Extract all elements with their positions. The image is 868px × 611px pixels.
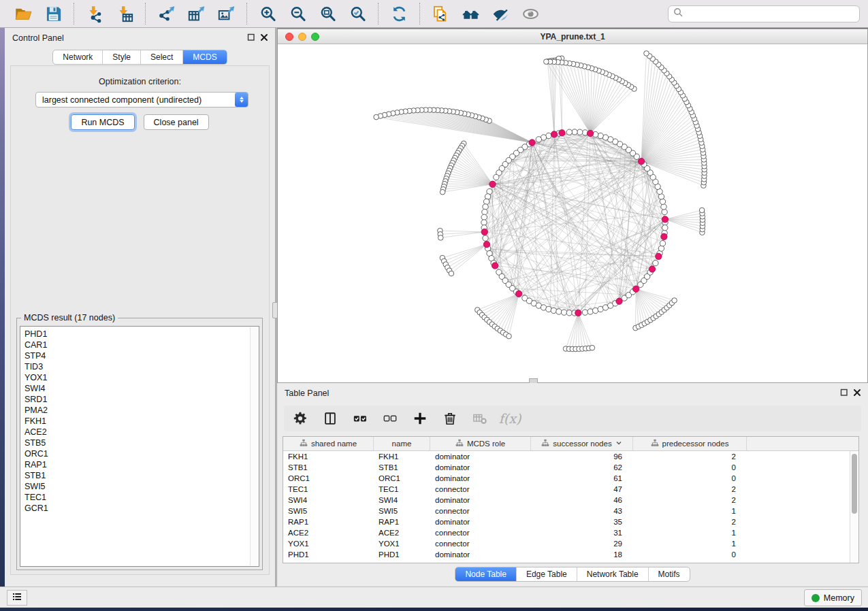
network-canvas[interactable] (278, 44, 867, 382)
network-node[interactable] (483, 204, 488, 210)
import-network-icon[interactable] (84, 3, 105, 24)
search-box[interactable] (668, 5, 860, 22)
mcds-hub-node[interactable] (632, 286, 639, 292)
table-scrollbar[interactable] (850, 451, 858, 563)
tab-mcds[interactable]: MCDS (182, 50, 226, 64)
network-node[interactable] (556, 309, 562, 314)
column-panel-icon[interactable] (322, 410, 338, 427)
zoom-fit-icon[interactable] (317, 3, 338, 24)
network-node[interactable] (438, 235, 443, 241)
export-table-icon[interactable] (186, 3, 206, 24)
list-item[interactable]: STB5 (25, 437, 259, 448)
table-row[interactable]: PHD1PHD1dominator180 (283, 549, 858, 560)
network-node[interactable] (572, 129, 577, 135)
network-node[interactable] (561, 310, 566, 315)
mcds-hub-node[interactable] (483, 241, 489, 247)
close-icon[interactable] (853, 389, 861, 397)
network-node[interactable] (481, 220, 487, 225)
network-node[interactable] (551, 308, 556, 313)
show-all-icon[interactable] (520, 3, 541, 24)
table-row[interactable]: RAP1RAP1dominator352 (283, 516, 858, 527)
float-icon[interactable] (247, 33, 255, 42)
list-item[interactable]: STB1 (25, 470, 259, 481)
table-row[interactable]: FKH1FKH1dominator962 (283, 451, 858, 462)
export-network-icon[interactable] (156, 3, 176, 24)
table-row[interactable]: ACE2ACE2connector311 (283, 527, 858, 538)
column-header-name[interactable]: name (374, 437, 430, 450)
network-node[interactable] (582, 310, 588, 315)
float-icon[interactable] (840, 389, 848, 397)
tab-select[interactable]: Select (140, 50, 182, 64)
mcds-hub-node[interactable] (575, 310, 581, 316)
list-item[interactable]: PHD1 (25, 329, 259, 340)
column-header-predecessor-nodes[interactable]: predecessor nodes (633, 437, 747, 450)
export-image-icon[interactable] (216, 3, 236, 24)
network-node[interactable] (577, 129, 583, 135)
mcds-hub-node[interactable] (515, 291, 521, 297)
tab-network-table[interactable]: Network Table (577, 567, 648, 581)
table-row[interactable]: SWI4SWI4dominator462 (283, 495, 858, 506)
mcds-hub-node[interactable] (662, 216, 668, 222)
list-item[interactable]: PMA2 (25, 405, 259, 416)
network-node[interactable] (483, 199, 489, 204)
table-row[interactable]: YOX1YOX1connector291 (283, 538, 858, 549)
mcds-hub-node[interactable] (587, 130, 593, 136)
mcds-hub-node[interactable] (649, 266, 655, 272)
optimization-select[interactable]: largest connected component (undirected) (35, 92, 248, 108)
list-scrollbar[interactable] (250, 327, 258, 565)
network-node[interactable] (566, 129, 572, 135)
tab-edge-table[interactable]: Edge Table (516, 567, 577, 581)
clone-network-icon[interactable] (430, 3, 451, 24)
network-node[interactable] (449, 271, 454, 276)
table-row[interactable]: SWI5SWI5connector431 (283, 506, 858, 516)
network-node[interactable] (544, 59, 549, 65)
list-item[interactable]: TEC1 (25, 492, 259, 503)
list-item[interactable]: ORC1 (25, 448, 259, 459)
zoom-selected-icon[interactable] (347, 3, 368, 24)
gear-icon[interactable] (292, 410, 308, 427)
column-header-shared-name[interactable]: shared name (283, 437, 374, 450)
hide-selected-icon[interactable] (490, 3, 511, 24)
network-node[interactable] (483, 235, 488, 241)
list-item[interactable]: SWI5 (25, 481, 259, 492)
close-panel-button[interactable]: Close panel (144, 114, 209, 130)
network-node[interactable] (660, 240, 665, 246)
network-node[interactable] (440, 189, 445, 195)
run-mcds-button[interactable]: Run MCDS (71, 114, 134, 130)
list-item[interactable]: SWI4 (25, 383, 259, 394)
network-node[interactable] (507, 333, 512, 339)
mcds-hub-node[interactable] (529, 139, 535, 146)
network-titlebar[interactable]: YPA_prune.txt_1 (278, 29, 867, 44)
mcds-hub-node[interactable] (492, 263, 498, 269)
save-icon[interactable] (43, 3, 63, 24)
list-item[interactable]: TID3 (25, 361, 259, 372)
task-history-button[interactable] (7, 590, 27, 606)
mcds-hub-node[interactable] (489, 181, 496, 187)
list-item[interactable]: RAP1 (25, 459, 259, 470)
network-node[interactable] (536, 137, 541, 142)
column-header-MCDS-role[interactable]: MCDS role (430, 437, 531, 450)
table-row[interactable]: ORC1ORC1dominator610 (283, 473, 858, 484)
table-row[interactable]: STB1STB1dominator620 (283, 462, 858, 473)
list-item[interactable]: CAR1 (25, 340, 259, 350)
list-item[interactable]: SRD1 (25, 394, 259, 405)
mcds-hub-node[interactable] (616, 298, 622, 304)
close-icon[interactable] (260, 33, 268, 42)
delete-icon[interactable] (442, 410, 458, 427)
select-all-icon[interactable] (352, 410, 368, 427)
search-input[interactable] (686, 8, 854, 19)
zoom-in-icon[interactable] (257, 3, 278, 24)
network-node[interactable] (653, 260, 658, 265)
list-item[interactable]: GCR1 (25, 503, 259, 514)
open-icon[interactable] (13, 3, 33, 24)
import-table-icon[interactable] (114, 3, 135, 24)
mcds-hub-node[interactable] (559, 130, 565, 136)
scrollbar-thumb[interactable] (852, 454, 857, 514)
network-node[interactable] (588, 309, 593, 314)
table-row[interactable]: TEC1TEC1connector472 (283, 484, 858, 495)
tab-style[interactable]: Style (102, 50, 140, 64)
mcds-hub-node[interactable] (656, 253, 662, 259)
tab-network[interactable]: Network (53, 50, 102, 64)
memory-button[interactable]: Memory (804, 589, 862, 606)
tab-motifs[interactable]: Motifs (648, 567, 690, 581)
